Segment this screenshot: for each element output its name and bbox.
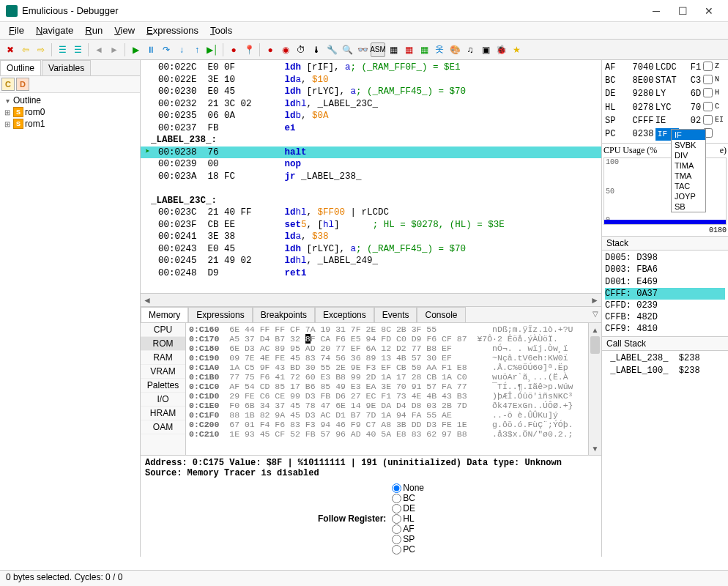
reg-row-af[interactable]: AF7040LCDCF1Z bbox=[603, 62, 727, 75]
memcat-i/o[interactable]: I/O bbox=[141, 393, 185, 407]
tb-forward-icon[interactable]: ⇨ bbox=[34, 42, 48, 57]
tabs-overflow-icon[interactable]: ▽ bbox=[593, 310, 598, 318]
memcat-rom[interactable]: ROM bbox=[141, 337, 185, 351]
tb-person-icon[interactable]: 옷 bbox=[432, 42, 447, 57]
code-line[interactable]: 00:023A 18 FC jr _LABEL_238_ bbox=[141, 171, 601, 183]
tb-music-icon[interactable]: ♫ bbox=[463, 42, 478, 57]
bottomtab-events[interactable]: Events bbox=[374, 307, 417, 322]
follow-hl[interactable]: HL bbox=[392, 513, 424, 524]
outline-tree[interactable]: ▾Outline ⊞Srom0 ⊞Srom1 bbox=[0, 93, 140, 131]
menu-file[interactable]: File bbox=[3, 23, 30, 37]
follow-af[interactable]: AF bbox=[392, 524, 424, 534]
tb-search-icon[interactable]: 🔍 bbox=[340, 42, 354, 57]
code-line[interactable]: 00:0230 E0 45 ldh [rLYC], a ; (_RAM_FF45… bbox=[141, 86, 601, 98]
mem-row[interactable]: 0:C200 67 01 F4 F6 83 F3 94 46 F9 C7 A8 … bbox=[189, 420, 585, 429]
ifopt-div[interactable]: DIV bbox=[672, 150, 705, 160]
tb-stopwatch-icon[interactable]: ⏱ bbox=[294, 42, 308, 57]
ifopt-if[interactable]: IF bbox=[672, 130, 705, 140]
minimize-button[interactable]: ─ bbox=[643, 1, 669, 21]
ifopt-joyp[interactable]: JOYP bbox=[672, 191, 705, 201]
mem-row[interactable]: 0:C1E0 F0 6B 34 37 45 78 47 6E 14 9E DA … bbox=[189, 401, 585, 410]
stack-row[interactable]: CFFD: 0239 bbox=[605, 300, 725, 311]
outline-filter-c[interactable]: C bbox=[1, 78, 15, 91]
tb-pin-icon[interactable]: 📍 bbox=[242, 42, 256, 57]
memcat-ram[interactable]: RAM bbox=[141, 351, 185, 365]
code-line[interactable]: 00:0248 D9 reti bbox=[141, 267, 601, 280]
tb-stepout-icon[interactable]: ↑ bbox=[190, 42, 204, 57]
tree-root[interactable]: ▾Outline bbox=[3, 94, 137, 106]
mem-row[interactable]: 0:C1F0 88 1B 82 9A 45 D3 AC D1 B7 7D 1A … bbox=[189, 410, 585, 420]
code-line[interactable] bbox=[141, 279, 601, 292]
mem-row[interactable]: 0:C160 6E 44 FF FF CF 7A 19 31 7F 2E 8C … bbox=[189, 324, 585, 334]
if-dropdown[interactable]: IFSVBKDIVTIMATMATACJOYPSB bbox=[671, 129, 706, 212]
stack-list[interactable]: D005: D398D003: FBA6D001: E469CFFF: 0A37… bbox=[602, 251, 728, 336]
code-line[interactable]: ➤ 00:0238 76 halt bbox=[141, 146, 601, 159]
tb-back-icon[interactable]: ⇦ bbox=[18, 42, 33, 57]
mem-row[interactable]: 0:C1C0 AF 54 CD 85 17 B6 85 49 E3 EA 3E … bbox=[189, 382, 585, 391]
mem-row[interactable]: 0:C1A0 1A C5 9F 43 BD 30 55 2E 9E F3 EF … bbox=[189, 363, 585, 372]
tree-item-rom1[interactable]: ⊞Srom1 bbox=[3, 118, 137, 130]
tb-bp-icon[interactable]: ● bbox=[263, 42, 278, 57]
bottomtab-breakpoints[interactable]: Breakpoints bbox=[253, 307, 315, 322]
tb-next-icon[interactable]: ► bbox=[107, 42, 122, 57]
memory-vscrollbar[interactable]: ▲ ▼ bbox=[588, 323, 601, 455]
scroll-left-icon[interactable]: ◄ bbox=[141, 294, 154, 307]
code-line[interactable]: _LABEL_238_: bbox=[141, 134, 601, 146]
bottomtab-expressions[interactable]: Expressions bbox=[188, 307, 252, 322]
hscrollbar[interactable]: ◄ ► bbox=[141, 293, 601, 306]
code-line[interactable]: 00:023C 21 40 FF ld hl, $FF00 | rLCDC bbox=[141, 207, 601, 219]
scroll-right-icon[interactable]: ► bbox=[588, 294, 601, 307]
tb-cal-icon[interactable]: ▦ bbox=[417, 42, 431, 57]
scroll-up-icon[interactable]: ▲ bbox=[589, 323, 601, 336]
reg-row-bc[interactable]: BC8E00STATC3N bbox=[603, 75, 727, 88]
ifopt-sb[interactable]: SB bbox=[672, 201, 705, 212]
tb-grid-icon[interactable]: ▦ bbox=[401, 42, 416, 57]
memcat-palettes[interactable]: Palettes bbox=[141, 379, 185, 393]
reg-row-pc[interactable]: PC0238IF ▾E1 bbox=[603, 128, 727, 141]
mem-row[interactable]: 0:C1B0 77 75 F6 41 72 60 E3 B8 99 2D 1A … bbox=[189, 372, 585, 382]
code-line[interactable]: 00:0245 21 49 02 ld hl, _LABEL_249_ bbox=[141, 255, 601, 267]
reg-row-hl[interactable]: HL0278LYC70C bbox=[603, 102, 727, 115]
reg-row-sp[interactable]: SPCFFFIE02EI bbox=[603, 115, 727, 128]
menu-tools[interactable]: Tools bbox=[204, 23, 238, 37]
tab-variables[interactable]: Variables bbox=[42, 60, 91, 75]
ifopt-tma[interactable]: TMA bbox=[672, 171, 705, 181]
menu-view[interactable]: View bbox=[108, 23, 141, 37]
memcat-cpu[interactable]: CPU bbox=[141, 323, 185, 337]
callstack-list[interactable]: _LABEL_238_ $238 _LABEL_100_ $238 bbox=[602, 351, 728, 377]
tb-stepover-icon[interactable]: ↷ bbox=[159, 42, 174, 57]
scroll-thumb[interactable] bbox=[590, 336, 600, 354]
code-line[interactable]: 00:0235 06 0A ld b, $0A bbox=[141, 110, 601, 122]
bottomtab-exceptions[interactable]: Exceptions bbox=[315, 307, 374, 322]
code-line[interactable]: 00:0237 FB ei bbox=[141, 122, 601, 135]
memcat-oam[interactable]: OAM bbox=[141, 420, 185, 434]
menu-run[interactable]: Run bbox=[79, 23, 108, 37]
mem-row[interactable]: 0:C1D0 29 FE C6 CE 99 D3 FB D6 27 EC F1 … bbox=[189, 391, 585, 401]
tb-prev-icon[interactable]: ◄ bbox=[92, 42, 106, 57]
code-line[interactable]: 00:0241 3E 38 ld a, $38 bbox=[141, 231, 601, 243]
tb-chip-icon[interactable]: ▣ bbox=[478, 42, 493, 57]
memcat-hram[interactable]: HRAM bbox=[141, 407, 185, 420]
tb-bug-icon[interactable]: 🐞 bbox=[494, 42, 508, 57]
tb-glasses-icon[interactable]: 👓 bbox=[355, 42, 370, 57]
menu-navigate[interactable]: Navigate bbox=[30, 23, 79, 37]
tb-palette-icon[interactable]: 🎨 bbox=[447, 42, 462, 57]
code-line[interactable]: 00:022E 3E 10 ld a, $10 bbox=[141, 74, 601, 86]
mem-row[interactable]: 0:C170 A5 37 D4 B7 32 8F CA F6 E5 94 FD … bbox=[189, 334, 585, 344]
ifopt-svbk[interactable]: SVBK bbox=[672, 140, 705, 150]
mem-row[interactable]: 0:C180 6E D3 AC 89 95 AD 20 77 EF 6A 12 … bbox=[189, 344, 585, 353]
code-line[interactable]: 00:0243 E0 45 ldh [rLYC], a ; (_RAM_FF45… bbox=[141, 243, 601, 256]
tb-bp2-icon[interactable]: ◉ bbox=[278, 42, 293, 57]
stack-row[interactable]: CFFB: 482D bbox=[605, 311, 725, 323]
tb-wrench-icon[interactable]: 🔧 bbox=[324, 42, 339, 57]
bottomtab-console[interactable]: Console bbox=[417, 307, 465, 322]
tb-mem-icon[interactable]: ▦ bbox=[386, 42, 401, 57]
tb-list2-icon[interactable]: ☰ bbox=[70, 42, 85, 57]
stack-row[interactable]: D001: E469 bbox=[605, 276, 725, 288]
tb-stepinto-icon[interactable]: ↓ bbox=[174, 42, 189, 57]
callstack-row[interactable]: _LABEL_238_ $238 bbox=[605, 352, 725, 364]
follow-pc[interactable]: PC bbox=[392, 544, 424, 555]
tb-run-icon[interactable]: ▶ bbox=[128, 42, 143, 57]
tb-thermo-icon[interactable]: 🌡 bbox=[309, 42, 324, 57]
close-button[interactable]: ✕ bbox=[696, 1, 722, 21]
